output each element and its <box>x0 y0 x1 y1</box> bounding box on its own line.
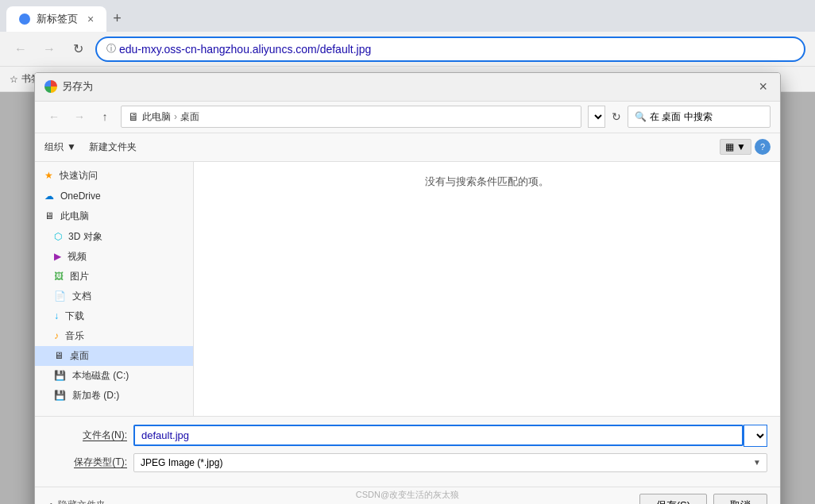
quickaccess-icon: ★ <box>44 170 53 181</box>
sidebar-item-computer[interactable]: 🖥 此电脑 <box>35 206 193 227</box>
c-drive-icon: 💾 <box>54 370 66 381</box>
computer-icon: 🖥 <box>44 210 54 221</box>
sidebar-item-quickaccess[interactable]: ★ 快速访问 <box>35 165 193 187</box>
dialog-overlay: 另存为 × ← → ↑ 🖥 此电脑 › 桌面 <box>0 92 815 504</box>
sidebar-item-desktop[interactable]: 🖥 桌面 <box>35 346 193 366</box>
address-input[interactable] <box>119 43 794 56</box>
dialog-title-container: 另存为 <box>44 79 755 94</box>
organize-label: 组织 <box>44 140 64 154</box>
computer-label: 此电脑 <box>60 210 89 223</box>
desktop-icon: 🖥 <box>54 350 64 361</box>
doc-label: 文档 <box>72 290 91 303</box>
save-button[interactable]: 保存(S) <box>639 494 707 505</box>
sidebar-item-video[interactable]: ▶ 视频 <box>35 247 193 267</box>
sidebar-item-doc[interactable]: 📄 文档 <box>35 287 193 306</box>
dialog-back-button[interactable]: ← <box>44 107 64 126</box>
dialog-footer: ∧ 隐藏文件夹 保存(S) 取消 <box>35 487 780 505</box>
empty-message: 没有与搜索条件匹配的项。 <box>425 175 549 189</box>
back-button[interactable]: ← <box>10 38 32 60</box>
hidden-folder-toggle[interactable]: ∧ 隐藏文件夹 <box>48 498 106 504</box>
sidebar-item-d-drive[interactable]: 💾 新加卷 (D:) <box>35 386 193 406</box>
search-icon: 🔍 <box>635 111 647 122</box>
filename-input[interactable] <box>133 425 744 446</box>
filename-input-wrap <box>133 425 767 447</box>
d-drive-label: 新加卷 (D:) <box>72 389 119 402</box>
right-panel: 没有与搜索条件匹配的项。 <box>194 162 780 416</box>
tab-label: 新标签页 <box>37 12 78 26</box>
left-panel: ★ 快速访问 ☁ OneDrive 🖥 此电脑 ⬡ <box>35 162 194 416</box>
filename-label: 文件名(N): <box>48 429 127 442</box>
sidebar-item-music[interactable]: ♪ 音乐 <box>35 326 193 346</box>
breadcrumb-pc: 此电脑 <box>142 110 171 124</box>
tab-bar: 新标签页 × + <box>0 0 815 32</box>
download-icon: ↓ <box>54 310 59 321</box>
filename-dropdown[interactable] <box>744 425 767 447</box>
dialog-nav: ← → ↑ 🖥 此电脑 › 桌面 ↻ 🔍 <box>35 102 780 133</box>
forward-button[interactable]: → <box>38 38 60 60</box>
c-drive-label: 本地磁盘 (C:) <box>72 369 129 383</box>
doc-icon: 📄 <box>54 290 66 302</box>
breadcrumb-desktop: 桌面 <box>180 110 199 124</box>
address-bar-container[interactable]: ⓘ <box>95 37 805 62</box>
sidebar-item-3d[interactable]: ⬡ 3D 对象 <box>35 227 193 247</box>
save-as-dialog: 另存为 × ← → ↑ 🖥 此电脑 › 桌面 <box>34 72 781 505</box>
view-controls: ▦ ▼ ? <box>720 139 771 155</box>
dialog-toolbar: 组织 ▼ 新建文件夹 ▦ ▼ ? <box>35 133 780 162</box>
onedrive-label: OneDrive <box>60 190 101 202</box>
sidebar-item-c-drive[interactable]: 💾 本地磁盘 (C:) <box>35 366 193 386</box>
dialog-refresh-button[interactable]: ↻ <box>612 110 621 123</box>
dialog-main-area: ★ 快速访问 ☁ OneDrive 🖥 此电脑 ⬡ <box>35 162 780 416</box>
sidebar-item-onedrive[interactable]: ☁ OneDrive <box>35 187 193 206</box>
search-input[interactable] <box>650 111 763 122</box>
page-content: 另存为 × ← → ↑ 🖥 此电脑 › 桌面 <box>0 92 815 504</box>
dialog-up-button[interactable]: ↑ <box>95 107 114 126</box>
video-label: 视频 <box>68 250 87 264</box>
sidebar-item-download[interactable]: ↓ 下载 <box>35 306 193 326</box>
filetype-label-text: 保存类型(T): <box>74 456 127 468</box>
cancel-button[interactable]: 取消 <box>713 494 767 505</box>
3d-label: 3D 对象 <box>68 230 102 244</box>
address-bar-icon: ⓘ <box>106 42 116 56</box>
filetype-row: 保存类型(T): JPEG Image (*.jpg) ▼ <box>48 453 767 472</box>
active-tab[interactable]: 新标签页 × <box>6 6 106 32</box>
dialog-close-button[interactable]: × <box>755 79 771 95</box>
hide-folder-arrow: ∧ <box>48 500 55 505</box>
search-box[interactable]: 🔍 <box>628 106 771 128</box>
video-icon: ▶ <box>54 251 61 262</box>
new-tab-button[interactable]: + <box>106 7 128 30</box>
onedrive-icon: ☁ <box>44 190 54 202</box>
desktop-label: 桌面 <box>70 349 89 363</box>
dialog-titlebar: 另存为 × <box>35 73 780 102</box>
hidden-folder-label: 隐藏文件夹 <box>58 498 106 504</box>
new-folder-button[interactable]: 新建文件夹 <box>89 140 137 154</box>
breadcrumb-sep: › <box>174 111 177 122</box>
view-toggle-button[interactable]: ▦ ▼ <box>720 139 751 155</box>
footer-buttons: 保存(S) 取消 <box>639 494 767 505</box>
breadcrumb-bar[interactable]: 🖥 此电脑 › 桌面 <box>121 106 581 128</box>
breadcrumb-dropdown[interactable] <box>588 106 605 128</box>
image-label: 图片 <box>70 270 89 283</box>
help-button[interactable]: ? <box>755 139 771 155</box>
filetype-select-wrap: JPEG Image (*.jpg) ▼ <box>133 453 767 472</box>
filename-label-text: 文件名(N): <box>83 429 127 441</box>
dialog-title-text: 另存为 <box>62 79 93 94</box>
view-arrow: ▼ <box>736 141 746 152</box>
3d-icon: ⬡ <box>54 231 62 242</box>
filetype-select[interactable]: JPEG Image (*.jpg) <box>133 453 767 472</box>
d-drive-icon: 💾 <box>54 390 66 401</box>
image-icon: 🖼 <box>54 271 64 282</box>
tab-close-button[interactable]: × <box>87 13 94 25</box>
organize-button[interactable]: 组织 ▼ <box>44 140 76 154</box>
filetype-arrow-icon: ▼ <box>753 458 761 467</box>
breadcrumb-icon: 🖥 <box>128 110 139 123</box>
music-label: 音乐 <box>65 329 84 343</box>
dialog-app-icon <box>44 80 57 93</box>
dialog-form: 文件名(N): 保存类型(T): JPEG Ima <box>35 416 780 487</box>
dialog-forward-button[interactable]: → <box>70 107 89 126</box>
nav-bar: ← → ↻ ⓘ <box>0 32 815 67</box>
tab-favicon <box>19 13 30 25</box>
filename-row: 文件名(N): <box>48 425 767 447</box>
sidebar-item-image[interactable]: 🖼 图片 <box>35 267 193 287</box>
refresh-button[interactable]: ↻ <box>67 38 89 60</box>
view-icon: ▦ <box>725 141 734 152</box>
